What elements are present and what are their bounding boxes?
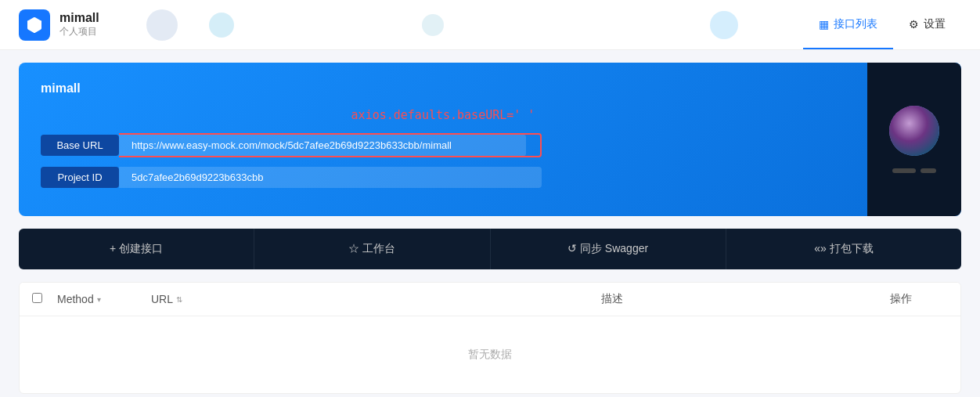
axios-warning: axios.defaults.baseURL=' ' <box>41 108 845 122</box>
avatar-image <box>889 106 939 156</box>
sync-swagger-label: ↺ 同步 Swagger <box>567 242 648 256</box>
workbench-button[interactable]: ☆ 工作台 <box>254 229 490 269</box>
deco-circle-1 <box>146 9 178 41</box>
deco-circle-2 <box>209 13 234 38</box>
col-method: Method ▾ <box>57 293 151 305</box>
project-id-row: Project ID 5dc7afee2b69d9223b633cbb <box>41 167 845 188</box>
nav-settings[interactable]: ⚙ 设置 <box>893 0 961 49</box>
nav-settings-label: 设置 <box>924 17 946 31</box>
col-method-label: Method <box>57 293 94 305</box>
project-card-right <box>867 63 961 216</box>
select-all-checkbox[interactable] <box>32 293 42 303</box>
workbench-label: ☆ 工作台 <box>348 242 395 256</box>
base-url-value-wrap: https://www.easy-mock.com/mock/5dc7afee2… <box>119 133 542 157</box>
app-logo <box>19 9 50 41</box>
action-toolbar: + 创建接口 ☆ 工作台 ↺ 同步 Swagger «» 打包下载 <box>19 229 961 269</box>
base-url-label: Base URL <box>41 135 119 156</box>
gear-icon: ⚙ <box>909 18 919 31</box>
create-interface-label: + 创建接口 <box>110 242 163 256</box>
download-label: «» 打包下载 <box>814 242 873 256</box>
col-ops-label: 操作 <box>890 292 912 306</box>
download-button[interactable]: «» 打包下载 <box>726 229 961 269</box>
box-icon <box>25 16 44 34</box>
avatar-bar-1 <box>892 168 916 173</box>
interface-table: Method ▾ URL ⇅ 描述 操作 暂无数据 <box>19 282 961 394</box>
col-url-label: URL <box>151 293 173 305</box>
col-ops: 操作 <box>854 292 948 306</box>
header: mimall 个人项目 ▦ 接口列表 ⚙ 设置 <box>0 0 980 50</box>
header-nav: ▦ 接口列表 ⚙ 设置 <box>803 0 961 49</box>
list-icon: ▦ <box>819 18 829 31</box>
table-empty: 暂无数据 <box>20 316 960 393</box>
project-title: mimall <box>41 81 845 96</box>
avatar-bars <box>892 168 936 173</box>
sync-swagger-button[interactable]: ↺ 同步 Swagger <box>491 229 726 269</box>
main-content: mimall axios.defaults.baseURL=' ' Base U… <box>0 50 980 397</box>
project-card-left: mimall axios.defaults.baseURL=' ' Base U… <box>41 81 845 197</box>
base-url-value: https://www.easy-mock.com/mock/5dc7afee2… <box>119 135 526 156</box>
deco-circle-4 <box>710 11 738 39</box>
avatar <box>889 106 939 156</box>
project-id-value: 5dc7afee2b69d9223b633cbb <box>119 167 542 188</box>
table-select-all[interactable] <box>32 292 57 306</box>
method-sort-icon[interactable]: ▾ <box>97 295 101 304</box>
col-desc: 描述 <box>370 292 854 306</box>
brand-sub: 个人项目 <box>59 25 99 38</box>
col-desc-label: 描述 <box>601 292 623 306</box>
project-id-label: Project ID <box>41 167 119 188</box>
nav-interface-list[interactable]: ▦ 接口列表 <box>803 0 893 49</box>
empty-text: 暂无数据 <box>468 348 512 360</box>
table-header: Method ▾ URL ⇅ 描述 操作 <box>20 283 960 316</box>
avatar-bar-2 <box>921 168 936 173</box>
base-url-row: Base URL https://www.easy-mock.com/mock/… <box>41 133 845 157</box>
deco-circle-3 <box>422 14 444 36</box>
col-url: URL ⇅ <box>151 293 370 305</box>
nav-interface-list-label: 接口列表 <box>834 17 877 31</box>
project-card: mimall axios.defaults.baseURL=' ' Base U… <box>19 63 961 216</box>
brand-name: mimall <box>59 11 99 25</box>
create-interface-button[interactable]: + 创建接口 <box>19 229 254 269</box>
url-sort-icon[interactable]: ⇅ <box>176 295 182 304</box>
brand-block: mimall 个人项目 <box>59 11 99 38</box>
